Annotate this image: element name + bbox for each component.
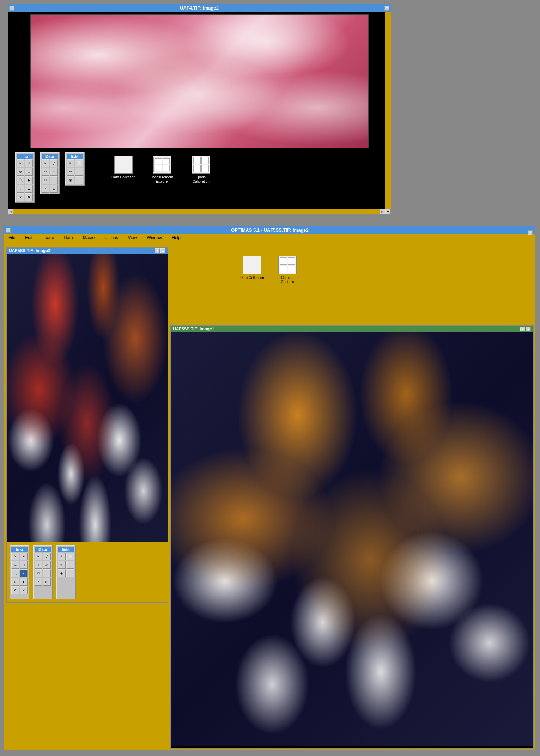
menu-edit[interactable]: Edit (24, 235, 34, 240)
b-data-btn-8[interactable]: 80 (43, 578, 51, 586)
sub-image2-content (7, 254, 168, 592)
menu-data[interactable]: Data (62, 235, 74, 240)
data-btn-1[interactable]: ↖ (42, 159, 49, 167)
scroll-down-btn[interactable]: ▼ (385, 209, 391, 214)
edit-btn-2[interactable]: ⬜ (75, 159, 83, 167)
desktop-icons-top: Data Collection Measurement Explorer (111, 152, 213, 184)
top-microscope-image (30, 14, 369, 148)
toolbar-area: Img ↖ ↗ ⊕ □ 🔍 ▶ ○ ▲ ⚙ ✕ Data ↖ ╱ ☆ ◎ (8, 148, 391, 206)
menu-window[interactable]: Window (146, 235, 164, 240)
b-img-btn-5[interactable]: 🔍 (11, 569, 19, 577)
img-btn-3[interactable]: ⊕ (17, 168, 24, 176)
b-data-btn-1[interactable]: ↖ (35, 553, 42, 560)
edit-btn-5[interactable]: ◉ (67, 176, 74, 184)
main-window-title: OPTIMAS 5.1 - UAF5SS.TIF: Image2 (231, 227, 309, 233)
data-btn-5[interactable]: □ (42, 176, 49, 184)
img-btn-8[interactable]: ▲ (25, 185, 33, 193)
menu-view[interactable]: View (127, 235, 139, 240)
right-data-collection-label: Data Collection (240, 276, 264, 280)
camera-controls-image (278, 256, 297, 274)
img-btn-6[interactable]: ▶ (25, 176, 33, 184)
measurement-explorer-label: Measurement Explorer (150, 175, 175, 184)
b-data-btn-5[interactable]: □ (35, 569, 42, 577)
b-data-btn-7[interactable]: ╱ (35, 578, 42, 586)
img-btn-9[interactable]: ⚙ (17, 193, 24, 201)
img-btn-5[interactable]: 🔍 (17, 176, 24, 184)
image1-dropdown-btn[interactable]: ▼ (520, 327, 525, 331)
b-img-btn-2[interactable]: ↗ (20, 553, 28, 560)
data-palette: Data ↖ ╱ ☆ ◎ □ + ╱ 80 (40, 152, 60, 194)
edit-btn-6[interactable]: ⋮ (75, 176, 83, 184)
data-btn-4[interactable]: ◎ (50, 168, 58, 176)
b-data-btn-3[interactable]: ☆ (35, 561, 42, 569)
b-data-btn-4[interactable]: ◎ (43, 561, 51, 569)
data-btn-3[interactable]: ☆ (42, 168, 49, 176)
data-btn-8[interactable]: 80 (50, 185, 58, 193)
menu-help[interactable]: Help (170, 235, 182, 240)
sub-window-image2-title: UAF5SS.TIF: Image2 (9, 248, 50, 253)
img-btn-4[interactable]: □ (25, 168, 33, 176)
measurement-explorer-icon-image (153, 156, 171, 174)
b-img-btn-4[interactable]: □ (20, 561, 28, 569)
b-img-btn-3[interactable]: ◎ (11, 561, 19, 569)
b-edit-btn-4[interactable]: ⋯ (66, 561, 74, 569)
img-btn-10[interactable]: ✕ (25, 193, 33, 201)
sub-titlebar-up[interactable]: ▲ (160, 248, 165, 253)
b-data-btn-2[interactable]: ╱ (43, 553, 51, 560)
data-btn-6[interactable]: + (50, 176, 58, 184)
sub-image1-content (171, 332, 533, 746)
b-edit-btn-2[interactable]: ⬜ (66, 553, 74, 560)
data-btn-2[interactable]: ╱ (50, 159, 58, 167)
sub-window-image2: UAF5SS.TIF: Image2 ▼ ▲ Img ↖ ↗ ◎ □ 🔍 (6, 247, 168, 603)
camera-controls-icon[interactable]: Camera Controls (275, 256, 300, 284)
bottom-window: − OPTIMAS 5.1 - UAF5SS.TIF: Image2 ▼ ⬆ F… (4, 226, 536, 751)
main-titlebar-resize-btn[interactable]: ⬆ (528, 230, 533, 235)
b-edit-btn-3[interactable]: ✏ (58, 561, 66, 569)
b-edit-btn-5[interactable]: ◉ (58, 569, 66, 577)
edit-btn-1[interactable]: ↖ (67, 159, 74, 167)
img-btn-1[interactable]: ↖ (17, 159, 24, 167)
titlebar-left-btn[interactable]: − (9, 6, 14, 11)
edit-palette-grid: ↖ ⬜ ✏ ⋯ ◉ ⋮ (67, 159, 83, 184)
data-collection-icon-image (114, 156, 133, 174)
spatial-calibration-label: Spatial Calibration (189, 175, 213, 184)
data-collection-icon[interactable]: Data Collection (111, 156, 136, 179)
b-edit-btn-6[interactable]: ⋮ (66, 569, 74, 577)
b-img-btn-10[interactable]: ✕ (20, 586, 28, 594)
main-titlebar-left-btn[interactable]: − (6, 228, 11, 233)
b-img-btn-6[interactable]: ● (20, 569, 28, 577)
sub-titlebar-dropdown[interactable]: ▼ (155, 248, 160, 253)
menu-utilities[interactable]: Utilities (103, 235, 120, 240)
b-edit-btn-1[interactable]: ↖ (58, 553, 66, 560)
menu-file[interactable]: File (7, 235, 17, 240)
scroll-left-btn[interactable]: ◄ (8, 209, 13, 214)
top-window-title: UAF4.TIF: Image2 (180, 5, 219, 11)
scroll-right-btn[interactable]: ► (380, 209, 385, 214)
data-palette-title: Data (42, 154, 58, 159)
edit-palette-bottom-grid: ↖ ⬜ ✏ ⋯ ◉ ⋮ (58, 553, 74, 577)
img-palette: Img ↖ ↗ ⊕ □ 🔍 ▶ ○ ▲ ⚙ ✕ (15, 152, 35, 203)
img-btn-7[interactable]: ○ (17, 185, 24, 193)
b-img-btn-8[interactable]: ▲ (20, 578, 28, 586)
main-menubar: File Edit Image Data Macro Utilities Vie… (4, 234, 535, 242)
b-img-btn-7[interactable]: ○ (11, 578, 19, 586)
titlebar-right-btn[interactable]: ▼ (384, 6, 389, 11)
camera-controls-label: Camera Controls (275, 276, 300, 284)
b-img-btn-1[interactable]: ↖ (11, 553, 19, 560)
right-data-collection-icon[interactable]: Data Collection (240, 256, 265, 284)
data-palette-bottom: Data ↖ ╱ ☆ ◎ □ + ╱ 80 (33, 545, 53, 599)
menu-image[interactable]: Image (41, 235, 55, 240)
edit-btn-3[interactable]: ✏ (67, 168, 74, 176)
data-btn-7[interactable]: ╱ (42, 185, 49, 193)
scroll-track (385, 10, 391, 209)
b-data-btn-6[interactable]: + (43, 569, 51, 577)
data-palette-grid: ↖ ╱ ☆ ◎ □ + ╱ 80 (42, 159, 58, 193)
menu-macro[interactable]: Macro (81, 235, 96, 240)
image1-up-btn[interactable]: ▲ (526, 327, 531, 331)
img-btn-2[interactable]: ↗ (25, 159, 33, 167)
spatial-calibration-icon[interactable]: Spatial Calibration (189, 156, 213, 184)
data-palette-bottom-grid: ↖ ╱ ☆ ◎ □ + ╱ 80 (35, 553, 51, 586)
b-img-btn-9[interactable]: ⚙ (11, 586, 19, 594)
measurement-explorer-icon[interactable]: Measurement Explorer (150, 156, 175, 184)
edit-btn-4[interactable]: ⋯ (75, 168, 83, 176)
